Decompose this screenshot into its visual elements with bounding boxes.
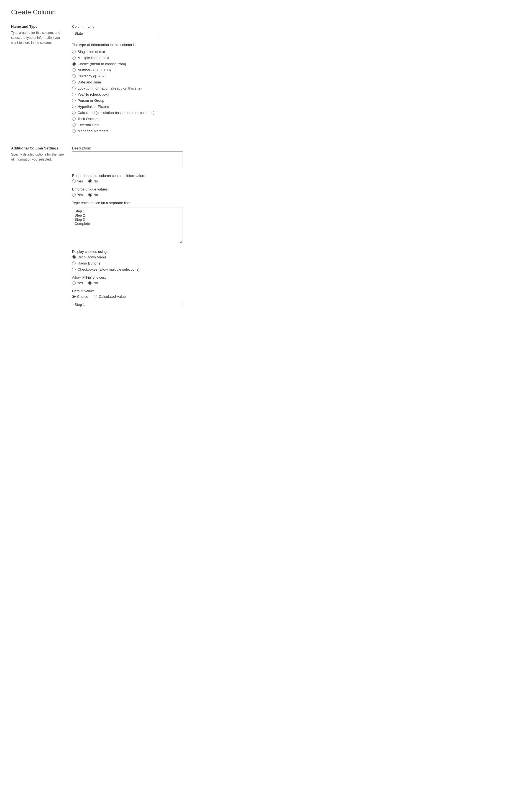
display-radio-display-checkbox[interactable]: [72, 268, 76, 271]
type-option-hyperlink-picture: Hyperlink or Picture: [72, 105, 521, 109]
type-radio-choice[interactable]: [72, 62, 76, 66]
type-options-group: Single line of textMultiple lines of tex…: [72, 50, 521, 133]
type-radio-multiple-lines[interactable]: [72, 56, 76, 60]
unique-label: Enforce unique values:: [72, 187, 521, 191]
type-option-number: Number (1, 1.0, 100): [72, 68, 521, 72]
unique-label-unique-yes: Yes: [77, 193, 83, 197]
unique-label-unique-no: No: [93, 193, 98, 197]
default-value-input[interactable]: [72, 301, 183, 308]
type-option-calculated: Calculated (calculation based on other c…: [72, 111, 521, 115]
display-option-display-checkbox: Checkboxes (allow multiple selections): [72, 267, 521, 272]
type-radio-task-outcome[interactable]: [72, 117, 76, 121]
additional-settings-label: Additional Column Settings Specify detai…: [11, 146, 72, 312]
unique-section: Enforce unique values: YesNo: [72, 187, 521, 197]
type-label-hyperlink-picture: Hyperlink or Picture: [78, 105, 109, 109]
type-label-calculated: Calculated (calculation based on other c…: [78, 111, 155, 115]
type-radio-managed-metadata[interactable]: [72, 129, 76, 133]
default-label-default-choice: Choice: [77, 294, 88, 299]
fillin-radio-fillin-yes[interactable]: [72, 281, 76, 285]
type-label-external-data: External Data: [78, 123, 99, 127]
display-radio-display-radio[interactable]: [72, 261, 76, 265]
display-option-display-dropdown: Drop-Down Menu: [72, 255, 521, 259]
default-option-default-calculated: Calculated Value: [94, 294, 126, 299]
default-section: Default value: ChoiceCalculated Value: [72, 289, 521, 308]
type-radio-lookup[interactable]: [72, 87, 76, 90]
type-label-number: Number (1, 1.0, 100): [78, 68, 111, 72]
display-radio-display-dropdown[interactable]: [72, 255, 76, 259]
type-radio-hyperlink-picture[interactable]: [72, 105, 76, 108]
unique-radio-unique-yes[interactable]: [72, 193, 76, 197]
type-radio-currency[interactable]: [72, 74, 76, 78]
require-radio-require-no[interactable]: [89, 179, 92, 183]
unique-option-unique-no: No: [89, 193, 98, 197]
unique-radio-unique-no[interactable]: [89, 193, 92, 197]
additional-settings-heading: Additional Column Settings: [11, 146, 66, 150]
require-option-require-no: No: [89, 179, 98, 183]
type-radio-date-time[interactable]: [72, 80, 76, 84]
type-label-single-line: Single line of text: [78, 50, 105, 54]
require-label-require-no: No: [93, 179, 98, 183]
type-radio-yes-no[interactable]: [72, 93, 76, 96]
fillin-section: Allow 'Fill-in' choices: YesNo: [72, 275, 521, 285]
type-option-currency: Currency ($, ¥, €): [72, 74, 521, 78]
type-label-date-time: Date and Time: [78, 80, 101, 84]
require-label-require-yes: Yes: [77, 179, 83, 183]
additional-settings-description: Specify detailed options for the type of…: [11, 152, 66, 162]
type-label-multiple-lines: Multiple lines of text: [78, 56, 109, 60]
type-option-choice: Choice (menu to choose from): [72, 62, 521, 66]
default-radio-group: ChoiceCalculated Value: [72, 294, 521, 299]
type-radio-person-group[interactable]: [72, 99, 76, 102]
type-radio-external-data[interactable]: [72, 123, 76, 127]
display-option-display-radio: Radio Buttons: [72, 261, 521, 265]
type-description: The type of information in this column i…: [72, 43, 521, 47]
type-label-managed-metadata: Managed Metadata: [78, 129, 109, 133]
type-option-external-data: External Data: [72, 123, 521, 127]
require-radio-require-yes[interactable]: [72, 179, 76, 183]
display-options-group: Drop-Down MenuRadio ButtonsCheckboxes (a…: [72, 255, 521, 272]
type-option-single-line: Single line of text: [72, 50, 521, 54]
fillin-radio-group: YesNo: [72, 281, 521, 285]
type-option-multiple-lines: Multiple lines of text: [72, 56, 521, 60]
fillin-radio-fillin-no[interactable]: [89, 281, 92, 285]
require-option-require-yes: Yes: [72, 179, 83, 183]
name-and-type-description: Type a name for this column, and select …: [11, 30, 66, 45]
page-title: Create Column: [11, 8, 521, 16]
require-radio-group: YesNo: [72, 179, 521, 183]
additional-settings-content: Description: Require that this column co…: [72, 146, 521, 312]
type-option-yes-no: Yes/No (check box): [72, 92, 521, 96]
additional-settings-section: Additional Column Settings Specify detai…: [11, 146, 521, 312]
type-option-date-time: Date and Time: [72, 80, 521, 84]
display-section: Display choices using: Drop-Down MenuRad…: [72, 250, 521, 272]
fillin-label: Allow 'Fill-in' choices:: [72, 275, 521, 279]
description-label: Description:: [72, 146, 521, 150]
type-label-task-outcome: Task Outcome: [78, 117, 100, 121]
name-and-type-section: Name and Type Type a name for this colum…: [11, 24, 521, 135]
unique-option-unique-yes: Yes: [72, 193, 83, 197]
display-label-display-checkbox: Checkboxes (allow multiple selections): [78, 267, 139, 272]
choices-textarea[interactable]: [72, 207, 183, 243]
type-option-person-group: Person or Group: [72, 98, 521, 103]
type-option-managed-metadata: Managed Metadata: [72, 129, 521, 133]
name-and-type-heading: Name and Type: [11, 24, 66, 29]
fillin-option-fillin-no: No: [89, 281, 98, 285]
type-radio-calculated[interactable]: [72, 111, 76, 114]
type-option-lookup: Lookup (information already on this site…: [72, 86, 521, 90]
name-and-type-label: Name and Type Type a name for this colum…: [11, 24, 72, 135]
name-and-type-content: Column name: The type of information in …: [72, 24, 521, 135]
type-radio-single-line[interactable]: [72, 50, 76, 54]
fillin-label-fillin-yes: Yes: [77, 281, 83, 285]
display-label-display-radio: Radio Buttons: [78, 261, 100, 265]
default-label-default-calculated: Calculated Value: [99, 294, 126, 299]
type-label-person-group: Person or Group: [78, 98, 104, 103]
description-textarea[interactable]: [72, 151, 183, 168]
column-name-input[interactable]: [72, 30, 158, 37]
unique-radio-group: YesNo: [72, 193, 521, 197]
require-label: Require that this column contains inform…: [72, 173, 521, 178]
default-option-default-choice: Choice: [72, 294, 88, 299]
default-radio-default-calculated[interactable]: [94, 295, 97, 298]
default-radio-default-choice[interactable]: [72, 295, 76, 298]
type-radio-number[interactable]: [72, 68, 76, 72]
type-label-currency: Currency ($, ¥, €): [78, 74, 106, 78]
display-label-display-dropdown: Drop-Down Menu: [78, 255, 106, 259]
fillin-option-fillin-yes: Yes: [72, 281, 83, 285]
